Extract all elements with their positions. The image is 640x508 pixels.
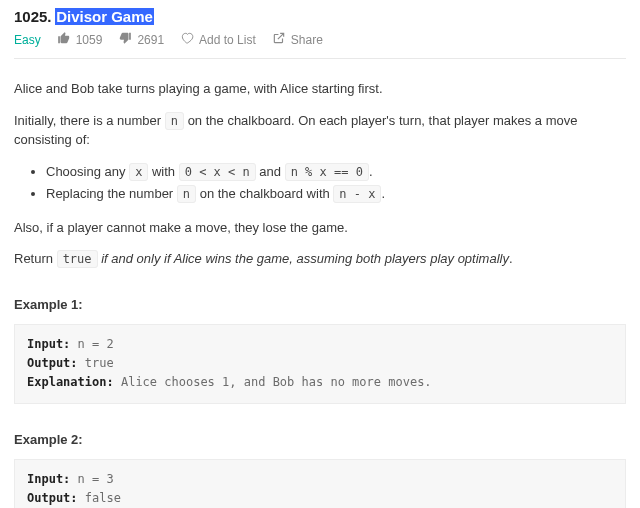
move-item-1: Choosing any x with 0 < x < n and n % x …	[46, 162, 626, 182]
example-heading: Example 2:	[14, 430, 626, 450]
add-to-list-button[interactable]: Add to List	[180, 31, 256, 48]
intro-paragraph: Alice and Bob take turns playing a game,…	[14, 79, 626, 99]
problem-number: 1025.	[14, 8, 52, 25]
moves-list: Choosing any x with 0 < x < n and n % x …	[46, 162, 626, 204]
dislike-button[interactable]: 2691	[118, 31, 164, 48]
heart-icon	[180, 31, 194, 48]
share-button[interactable]: Share	[272, 31, 323, 48]
lose-paragraph: Also, if a player cannot make a move, th…	[14, 218, 626, 238]
problem-title: Divisor Game	[55, 8, 154, 25]
problem-title-row: 1025. Divisor Game	[14, 8, 626, 25]
share-label: Share	[291, 33, 323, 47]
like-count: 1059	[76, 33, 103, 47]
problem-description: Alice and Bob take turns playing a game,…	[14, 79, 626, 508]
dislike-count: 2691	[137, 33, 164, 47]
code-n: n	[165, 112, 184, 130]
initial-paragraph: Initially, there is a number n on the ch…	[14, 111, 626, 150]
return-paragraph: Return true if and only if Alice wins th…	[14, 249, 626, 269]
like-button[interactable]: 1059	[57, 31, 103, 48]
difficulty-badge: Easy	[14, 33, 41, 47]
example-block-1: Input: n = 2 Output: true Explanation: A…	[14, 324, 626, 404]
share-icon	[272, 31, 286, 48]
example-heading: Example 1:	[14, 295, 626, 315]
thumbs-up-icon	[57, 31, 71, 48]
thumbs-down-icon	[118, 31, 132, 48]
add-to-list-label: Add to List	[199, 33, 256, 47]
move-item-2: Replacing the number n on the chalkboard…	[46, 184, 626, 204]
meta-row: Easy 1059 2691 Add to List Share	[14, 31, 626, 59]
example-block-2: Input: n = 3 Output: false Explanation: …	[14, 459, 626, 508]
